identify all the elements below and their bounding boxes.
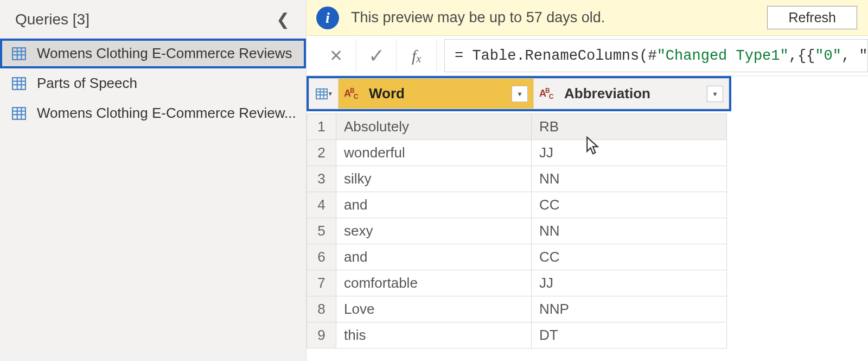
formula-accept-button[interactable]: ✓ <box>356 39 397 72</box>
query-item-label: Womens Clothing E-Commerce Review... <box>37 105 296 122</box>
collapse-queries-button[interactable]: ❮ <box>273 10 293 29</box>
formula-bar: ✕ ✓ fx = Table.RenameColumns(#"Changed T… <box>307 36 868 76</box>
row-number[interactable]: 7 <box>307 270 336 296</box>
query-list: Womens Clothing E-Commerce Reviews Parts… <box>0 39 306 128</box>
cell-word[interactable]: silky <box>336 166 532 192</box>
cell-word[interactable]: and <box>336 244 532 270</box>
column-type-icon: ABC <box>344 88 363 99</box>
row-number[interactable]: 8 <box>307 296 336 322</box>
row-number[interactable]: 4 <box>307 192 336 218</box>
cell-abbreviation[interactable]: CC <box>532 244 727 270</box>
cell-word[interactable]: this <box>336 322 532 349</box>
cell-abbreviation[interactable]: RB <box>532 114 727 140</box>
queries-panel-title: Queries [3] <box>15 11 90 28</box>
table-row[interactable]: 5sexyNN <box>307 218 727 244</box>
cell-word[interactable]: sexy <box>336 218 532 244</box>
row-number[interactable]: 2 <box>307 140 336 166</box>
cell-word[interactable]: and <box>336 192 532 218</box>
query-item-label: Parts of Speech <box>37 75 137 92</box>
table-icon <box>12 106 26 121</box>
queries-panel: Queries [3] ❮ Womens Clothing E-Commerce… <box>0 0 307 361</box>
svg-rect-15 <box>316 88 327 98</box>
row-number[interactable]: 9 <box>307 322 336 349</box>
svg-rect-0 <box>12 48 25 60</box>
svg-rect-10 <box>12 107 25 119</box>
query-item-womens-reviews-2[interactable]: Womens Clothing E-Commerce Review... <box>0 98 306 128</box>
cell-abbreviation[interactable]: DT <box>532 322 727 349</box>
formula-text: = Table.RenameColumns(#"Changed Type1",{… <box>455 48 868 64</box>
row-number[interactable]: 5 <box>307 218 336 244</box>
table-row[interactable]: 3silkyNN <box>307 166 727 192</box>
row-number[interactable]: 6 <box>307 244 336 270</box>
cell-abbreviation[interactable]: JJ <box>532 140 727 166</box>
column-filter-button[interactable]: ▾ <box>707 86 723 102</box>
preview-stale-text: This preview may be up to 57 days old. <box>351 9 755 26</box>
info-icon: i <box>316 7 339 29</box>
column-name: Word <box>369 85 506 102</box>
main-area: i This preview may be up to 57 days old.… <box>307 0 868 361</box>
query-item-parts-of-speech[interactable]: Parts of Speech <box>0 68 306 98</box>
cell-word[interactable]: comfortable <box>336 270 532 296</box>
preview-stale-banner: i This preview may be up to 57 days old.… <box>307 0 868 36</box>
svg-rect-5 <box>12 78 25 90</box>
formula-cancel-button[interactable]: ✕ <box>316 39 356 72</box>
table-icon <box>12 77 26 91</box>
table-icon <box>12 47 26 61</box>
query-item-label: Womens Clothing E-Commerce Reviews <box>37 45 292 62</box>
table-row[interactable]: 7comfortableJJ <box>307 270 727 296</box>
cell-abbreviation[interactable]: NN <box>532 166 727 192</box>
column-header-word[interactable]: ABC Word ▾ <box>339 79 534 109</box>
column-name: Abbreviation <box>564 85 701 102</box>
fx-icon[interactable]: fx <box>397 39 437 72</box>
cell-word[interactable]: Love <box>336 296 532 322</box>
table-row[interactable]: 9thisDT <box>307 322 727 349</box>
row-number[interactable]: 3 <box>307 166 336 192</box>
cell-abbreviation[interactable]: NNP <box>532 296 727 322</box>
table-row[interactable]: 4andCC <box>307 192 727 218</box>
row-number[interactable]: 1 <box>307 114 336 140</box>
cell-abbreviation[interactable]: NN <box>532 218 727 244</box>
column-filter-button[interactable]: ▾ <box>512 86 528 102</box>
cell-abbreviation[interactable]: CC <box>532 192 727 218</box>
cell-word[interactable]: wonderful <box>336 140 532 166</box>
table-row[interactable]: 1AbsolutelyRB <box>307 114 727 140</box>
query-item-womens-reviews[interactable]: Womens Clothing E-Commerce Reviews <box>0 39 306 68</box>
cell-word[interactable]: Absolutely <box>336 114 532 140</box>
data-grid: ▾ ABC Word ▾ <box>307 76 868 349</box>
table-corner-menu[interactable]: ▾ <box>309 79 339 109</box>
formula-input[interactable]: = Table.RenameColumns(#"Changed Type1",{… <box>444 39 868 72</box>
table-row[interactable]: 6andCC <box>307 244 727 270</box>
table-row[interactable]: 2wonderfulJJ <box>307 140 727 166</box>
refresh-button[interactable]: Refresh <box>767 6 857 29</box>
column-type-icon: ABC <box>539 88 559 99</box>
column-header-abbreviation[interactable]: ABC Abbreviation ▾ <box>534 79 729 109</box>
table-row[interactable]: 8LoveNNP <box>307 296 727 322</box>
cell-abbreviation[interactable]: JJ <box>532 270 727 296</box>
